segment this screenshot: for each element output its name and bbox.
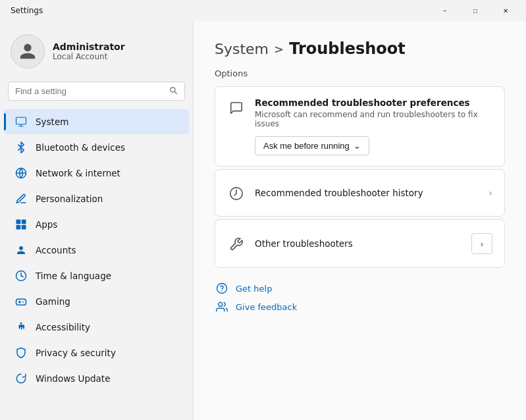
personalization-icon [14,192,28,205]
search-input[interactable] [15,86,163,96]
card-recommended-preferences: Recommended troubleshooter preferences M… [215,86,505,167]
sidebar-item-bluetooth[interactable]: Bluetooth & devices [4,135,189,160]
sidebar-item-network[interactable]: Network & internet [4,161,189,186]
card-other-row: Other troubleshooters › [227,230,492,257]
user-role: Local Account [53,52,125,61]
svg-rect-3 [22,220,26,224]
sidebar-item-bluetooth-label: Bluetooth & devices [36,142,125,153]
get-help-link[interactable]: Get help [215,281,505,296]
search-box[interactable] [8,82,185,101]
avatar [11,34,45,68]
svg-point-8 [20,323,22,325]
links-section: Get help Give feedback [215,281,505,314]
get-help-icon [215,281,229,296]
card-other-title: Other troubleshooters [255,238,462,249]
get-help-label: Get help [236,284,272,294]
nav-list: System Bluetooth & devices Network & int… [0,109,193,420]
give-feedback-icon [215,300,229,314]
sidebar: Administrator Local Account System [0,21,194,420]
svg-point-12 [219,302,223,306]
minimize-button[interactable]: − [430,0,460,21]
card-history-row: Recommended troubleshooter history › [227,180,492,205]
accounts-icon [14,244,28,257]
system-icon [14,115,28,128]
sidebar-item-system[interactable]: System [4,109,189,134]
card-top: Recommended troubleshooter preferences M… [227,97,492,128]
app-window: Administrator Local Account System [0,21,526,420]
svg-rect-5 [22,225,26,230]
sidebar-item-personalization-label: Personalization [36,194,103,204]
maximize-button[interactable]: □ [460,0,490,21]
card-history[interactable]: Recommended troubleshooter history › [215,169,505,217]
cards-container: Recommended troubleshooter preferences M… [215,86,505,268]
sidebar-item-accounts-label: Accounts [36,245,76,255]
sidebar-item-windows-update[interactable]: Windows Update [4,366,189,391]
chevron-down-icon: ⌄ [354,141,361,151]
breadcrumb-parent[interactable]: System [215,41,269,57]
titlebar: Settings − □ ✕ [0,0,526,21]
svg-rect-2 [16,220,21,224]
windows-update-icon [14,372,28,385]
troubleshooter-preference-dropdown[interactable]: Ask me before running ⌄ [255,136,369,155]
user-name: Administrator [53,41,125,52]
sidebar-item-gaming-label: Gaming [36,296,70,307]
sidebar-item-accounts[interactable]: Accounts [4,238,189,263]
window-controls: − □ ✕ [430,0,521,21]
section-title: Options [215,68,505,78]
card-other-troubleshooters: Other troubleshooters › [215,219,505,268]
apps-icon [14,218,28,231]
svg-point-10 [217,284,227,294]
sidebar-item-network-label: Network & internet [36,168,120,178]
sidebar-item-accessibility[interactable]: Accessibility [4,315,189,340]
other-troubleshooters-button[interactable]: › [471,233,492,254]
user-profile: Administrator Local Account [0,26,193,79]
dropdown-value: Ask me before running [263,141,350,151]
close-button[interactable]: ✕ [490,0,521,21]
card-recommended-desc: Microsoft can recommend and run troubles… [255,110,492,128]
accessibility-icon [14,321,28,334]
content-area: System > Troubleshoot Options Recommende… [194,21,526,420]
search-icon [169,86,178,97]
sidebar-item-personalization[interactable]: Personalization [4,186,189,211]
card-recommended-title: Recommended troubleshooter preferences [255,97,492,108]
page-title: Troubleshoot [289,39,406,58]
sidebar-item-time-label: Time & language [36,271,111,281]
time-icon [14,269,28,282]
give-feedback-label: Give feedback [236,302,297,312]
breadcrumb-arrow: > [274,42,284,56]
card-text: Recommended troubleshooter preferences M… [255,97,492,128]
chat-bubble-icon [227,99,246,117]
sidebar-item-accessibility-label: Accessibility [36,322,90,332]
sidebar-item-gaming[interactable]: Gaming [4,289,189,314]
sidebar-item-windows-update-label: Windows Update [36,373,110,384]
sidebar-item-apps[interactable]: Apps [4,212,189,237]
sidebar-item-apps-label: Apps [36,219,57,230]
sidebar-item-time[interactable]: Time & language [4,263,189,288]
wrench-icon [227,235,246,253]
svg-rect-4 [16,225,21,230]
user-info: Administrator Local Account [53,41,125,61]
network-icon [14,167,28,180]
bluetooth-icon [14,141,28,154]
history-icon [227,184,246,203]
privacy-icon [14,346,28,359]
app-title: Settings [11,6,43,15]
svg-rect-0 [16,117,26,124]
sidebar-item-privacy-label: Privacy & security [36,348,116,358]
chevron-right-icon: › [488,188,492,198]
give-feedback-link[interactable]: Give feedback [215,300,505,314]
gaming-icon [14,295,28,308]
sidebar-item-system-label: System [36,117,68,127]
breadcrumb: System > Troubleshoot [215,39,505,58]
card-history-title: Recommended troubleshooter history [255,188,479,198]
sidebar-item-privacy[interactable]: Privacy & security [4,340,189,365]
